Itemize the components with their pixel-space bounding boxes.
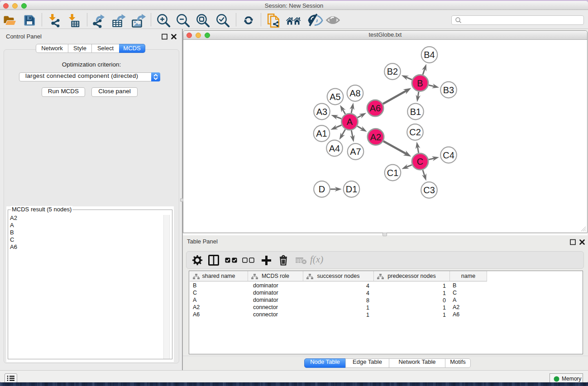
svg-text:C: C [417, 157, 423, 167]
svg-text:A: A [347, 117, 353, 127]
svg-text:B2: B2 [387, 67, 398, 76]
svg-text:B3: B3 [443, 85, 454, 95]
svg-text:B: B [417, 78, 423, 88]
svg-text:A2: A2 [370, 132, 381, 142]
svg-text:A4: A4 [329, 143, 340, 153]
svg-text:B4: B4 [424, 50, 435, 60]
svg-text:A8: A8 [349, 88, 360, 98]
svg-text:C4: C4 [443, 150, 454, 160]
svg-text:A1: A1 [316, 129, 327, 138]
svg-text:C3: C3 [423, 185, 435, 195]
svg-text:D: D [319, 184, 325, 194]
svg-text:C1: C1 [387, 168, 399, 178]
svg-text:A6: A6 [370, 103, 381, 113]
svg-text:D1: D1 [346, 184, 358, 194]
svg-text:A3: A3 [316, 107, 327, 117]
svg-text:C2: C2 [409, 127, 421, 137]
svg-text:A7: A7 [350, 147, 361, 157]
svg-text:A5: A5 [330, 92, 340, 102]
svg-text:B1: B1 [410, 107, 421, 117]
